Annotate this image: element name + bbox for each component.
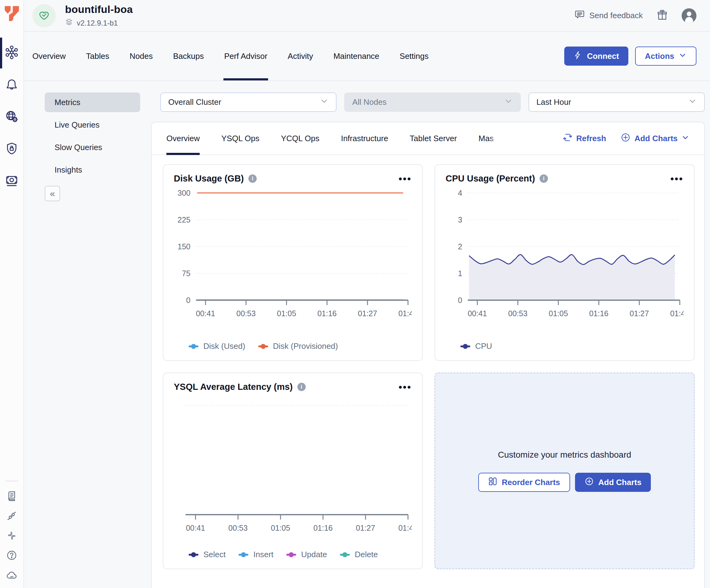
subnav-item-metrics[interactable]: Metrics (45, 92, 140, 112)
subnav-item-insights[interactable]: Insights (45, 160, 140, 180)
globe-gear-icon (5, 110, 19, 125)
svg-text:01:05: 01:05 (548, 309, 568, 318)
send-feedback-button[interactable]: Send feedback (574, 9, 643, 22)
svg-text:300: 300 (178, 189, 190, 197)
subnav-item-live-queries[interactable]: Live Queries (45, 115, 140, 135)
perf-advisor-content: Metrics Live Queries Slow Queries Insigh… (24, 81, 710, 588)
add-charts-label: Add Charts (635, 134, 678, 143)
tab-overview[interactable]: Overview (32, 32, 66, 80)
refresh-icon (563, 133, 572, 144)
reorder-charts-label: Reorder Charts (502, 478, 560, 487)
chart-title: YSQL Average Latency (ms) (174, 382, 293, 392)
refresh-button[interactable]: Refresh (563, 133, 606, 144)
legend-item[interactable]: Update (286, 550, 327, 559)
sidebar-item-integrations[interactable] (0, 507, 24, 526)
plug-icon (6, 510, 18, 523)
info-icon[interactable]: i (540, 174, 548, 183)
legend-item[interactable]: CPU (460, 342, 492, 351)
sidebar-item-help[interactable] (0, 546, 24, 566)
scope-select[interactable]: Overall Cluster (160, 92, 336, 112)
svg-text:01:16: 01:16 (313, 524, 333, 532)
tab-settings[interactable]: Settings (400, 32, 429, 80)
subnav-item-slow-queries[interactable]: Slow Queries (45, 137, 140, 157)
legend-item[interactable]: Select (189, 550, 226, 559)
subnav-label: Insights (54, 165, 82, 175)
chart-menu-button[interactable]: ••• (399, 385, 412, 389)
layers-icon (65, 18, 73, 28)
yugabyte-logo[interactable] (3, 4, 20, 24)
collapse-sidenav-button[interactable]: « (45, 186, 60, 201)
nodes-select: All Nodes (344, 92, 520, 112)
feedback-bubble-icon (574, 9, 585, 22)
legend-label: CPU (475, 342, 492, 351)
chart-menu-button[interactable]: ••• (670, 177, 684, 180)
chart-card-disk-usage: Disk Usage (GB) i ••• 07515022530000:410… (163, 164, 423, 361)
cluster-name: bountiful-boa (65, 3, 133, 16)
sidebar-item-docs[interactable] (0, 487, 24, 507)
gift-button[interactable] (656, 9, 668, 22)
reorder-charts-button[interactable]: Reorder Charts (478, 473, 570, 492)
svg-text:0: 0 (458, 296, 462, 304)
svg-text:00:41: 00:41 (468, 309, 487, 318)
cluster-health-badge (32, 4, 56, 27)
sidebar-item-slack[interactable] (0, 526, 24, 546)
chart-card-ysql-latency: YSQL Average Latency (ms) i ••• 00:4100:… (163, 373, 423, 569)
sidebar-item-alerts[interactable] (0, 69, 24, 101)
legend-item[interactable]: Disk (Provisioned) (258, 342, 338, 351)
tab-backups[interactable]: Backups (173, 32, 204, 80)
charts-grid: Disk Usage (GB) i ••• 07515022530000:410… (151, 155, 704, 588)
connect-button[interactable]: Connect (564, 47, 628, 66)
reorder-icon (488, 477, 497, 488)
metrics-tab-overview[interactable]: Overview (166, 122, 200, 155)
sidebar-item-network[interactable] (0, 101, 24, 133)
cluster-version: v2.12.9.1-b1 (77, 19, 118, 27)
user-avatar[interactable] (682, 8, 696, 23)
info-icon[interactable]: i (298, 383, 306, 391)
customize-dashboard-panel: Customize your metrics dashboard (434, 373, 694, 569)
legend-marker (286, 554, 296, 556)
plus-circle-icon (584, 476, 594, 489)
actions-button[interactable]: Actions (635, 47, 696, 66)
svg-text:2: 2 (458, 242, 462, 251)
chevron-down-icon (688, 97, 697, 108)
metrics-tab-ysql-ops[interactable]: YSQL Ops (221, 122, 259, 155)
svg-text:3: 3 (458, 215, 462, 224)
chevron-down-icon (679, 51, 687, 61)
legend-label: Delete (355, 550, 378, 559)
tab-tables[interactable]: Tables (86, 32, 109, 80)
legend-item[interactable]: Insert (238, 550, 273, 559)
tab-activity[interactable]: Activity (288, 32, 313, 80)
send-feedback-label: Send feedback (590, 11, 643, 20)
refresh-label: Refresh (576, 134, 606, 143)
time-range-select[interactable]: Last Hour (528, 92, 705, 112)
sidebar-item-cloud-status[interactable] (0, 566, 24, 586)
tab-nodes[interactable]: Nodes (130, 32, 153, 80)
legend-item[interactable]: Disk (Used) (189, 342, 245, 351)
sidebar-item-clusters[interactable] (0, 37, 24, 69)
sidebar-item-billing[interactable] (0, 165, 24, 197)
slack-icon (6, 530, 17, 542)
svg-text:150: 150 (178, 242, 190, 251)
svg-text:1: 1 (458, 269, 462, 278)
heart-check-icon (37, 8, 51, 23)
sidebar-item-security[interactable] (0, 133, 24, 165)
ysql-latency-chart: 00:4100:5301:0501:1601:2701:41 (174, 401, 412, 536)
legend-label: Disk (Used) (204, 342, 245, 351)
svg-text:01:27: 01:27 (630, 309, 649, 318)
svg-text:4: 4 (458, 189, 462, 197)
svg-text:01:16: 01:16 (589, 309, 609, 318)
metrics-tab-ycql-ops[interactable]: YCQL Ops (281, 122, 320, 155)
tab-maintenance[interactable]: Maintenance (333, 32, 379, 80)
tab-perf-advisor[interactable]: Perf Advisor (224, 32, 267, 80)
info-icon[interactable]: i (249, 174, 257, 183)
metrics-tab-infrastructure[interactable]: Infrastructure (341, 122, 388, 155)
legend-item[interactable]: Delete (340, 550, 378, 559)
chart-menu-button[interactable]: ••• (399, 177, 412, 180)
svg-text:75: 75 (182, 269, 190, 278)
metrics-tab-master[interactable]: Mas (478, 122, 502, 155)
add-charts-dropdown[interactable]: Add Charts (620, 132, 689, 145)
add-charts-button[interactable]: Add Charts (575, 473, 651, 492)
time-range-value: Last Hour (537, 97, 571, 107)
svg-text:01:16: 01:16 (317, 309, 337, 318)
metrics-tab-tablet-server[interactable]: Tablet Server (410, 122, 457, 155)
